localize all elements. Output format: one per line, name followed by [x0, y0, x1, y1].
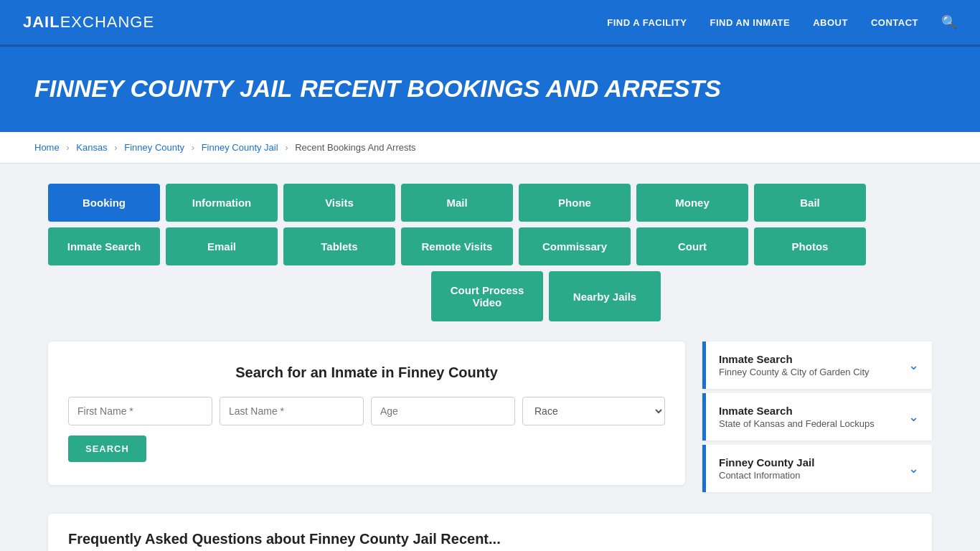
chevron-down-icon-3: ⌄	[908, 461, 919, 476]
chevron-down-icon-1: ⌄	[908, 357, 919, 373]
main-nav: JAILEXCHANGE FIND A FACILITY FIND AN INM…	[0, 0, 980, 47]
money-btn[interactable]: Money	[636, 184, 748, 222]
nav-buttons-row2: Inmate Search Email Tablets Remote Visit…	[48, 227, 932, 265]
inmate-search-btn[interactable]: Inmate Search	[48, 227, 160, 265]
nav-buttons-section: Booking Information Visits Mail Phone Mo…	[48, 184, 932, 321]
logo[interactable]: JAILEXCHANGE	[23, 13, 154, 32]
chevron-down-icon-2: ⌄	[908, 409, 919, 425]
information-btn[interactable]: Information	[166, 184, 278, 222]
page-title: Finney County Jail RECENT BOOKINGS AND A…	[34, 72, 946, 103]
search-button[interactable]: SEARCH	[68, 435, 146, 462]
search-fields: Race White Black Hispanic Asian Other	[68, 397, 665, 425]
email-btn[interactable]: Email	[166, 227, 278, 265]
booking-btn[interactable]: Booking	[48, 184, 160, 222]
remote-visits-btn[interactable]: Remote Visits	[401, 227, 513, 265]
sidebar-item-subtitle-1: Finney County & City of Garden City	[719, 367, 870, 377]
find-inmate-link[interactable]: FIND AN INMATE	[710, 17, 790, 28]
about-link[interactable]: ABOUT	[813, 17, 848, 28]
sidebar-item-inmate-search-kansas[interactable]: Inmate Search State of Kansas and Federa…	[702, 393, 932, 441]
tablets-btn[interactable]: Tablets	[283, 227, 395, 265]
search-icon[interactable]: 🔍	[941, 14, 957, 30]
breadcrumb-home[interactable]: Home	[34, 142, 60, 153]
sidebar: Inmate Search Finney County & City of Ga…	[702, 342, 932, 496]
nearby-jails-btn[interactable]: Nearby Jails	[549, 271, 661, 321]
breadcrumb-finney-county[interactable]: Finney County	[124, 142, 184, 153]
two-column-layout: Search for an Inmate in Finney County Ra…	[48, 342, 932, 496]
sidebar-item-subtitle-2: State of Kansas and Federal Lockups	[719, 418, 875, 429]
sidebar-item-title-3: Finney County Jail	[719, 456, 814, 468]
last-name-input[interactable]	[220, 397, 364, 425]
hero-section: Finney County Jail RECENT BOOKINGS AND A…	[0, 47, 980, 132]
hero-title-italic: RECENT BOOKINGS AND ARRESTS	[300, 75, 721, 102]
breadcrumb: Home › Kansas › Finney County › Finney C…	[0, 132, 980, 164]
sidebar-item-inmate-search-finney[interactable]: Inmate Search Finney County & City of Ga…	[702, 342, 932, 389]
mail-btn[interactable]: Mail	[401, 184, 513, 222]
find-facility-link[interactable]: FIND A FACILITY	[607, 17, 687, 28]
hero-title-main: Finney County Jail	[34, 75, 293, 102]
bottom-title: Frequently Asked Questions about Finney …	[68, 531, 912, 547]
search-box: Search for an Inmate in Finney County Ra…	[48, 342, 685, 485]
breadcrumb-kansas[interactable]: Kansas	[76, 142, 107, 153]
breadcrumb-finney-jail[interactable]: Finney County Jail	[202, 142, 278, 153]
main-content: Booking Information Visits Mail Phone Mo…	[31, 164, 949, 551]
bottom-section: Frequently Asked Questions about Finney …	[48, 514, 932, 551]
phone-btn[interactable]: Phone	[519, 184, 631, 222]
nav-links: FIND A FACILITY FIND AN INMATE ABOUT CON…	[607, 14, 957, 30]
sidebar-item-subtitle-3: Contact Information	[719, 470, 814, 481]
first-name-input[interactable]	[68, 397, 212, 425]
commissary-btn[interactable]: Commissary	[519, 227, 631, 265]
sidebar-item-title-1: Inmate Search	[719, 353, 870, 365]
sidebar-item-title-2: Inmate Search	[719, 405, 875, 417]
breadcrumb-current: Recent Bookings And Arrests	[295, 142, 415, 153]
visits-btn[interactable]: Visits	[283, 184, 395, 222]
sidebar-item-contact-info[interactable]: Finney County Jail Contact Information ⌄	[702, 445, 932, 492]
nav-buttons-row1: Booking Information Visits Mail Phone Mo…	[48, 184, 932, 222]
photos-btn[interactable]: Photos	[754, 227, 866, 265]
race-select[interactable]: Race White Black Hispanic Asian Other	[522, 397, 665, 425]
age-input[interactable]	[371, 397, 515, 425]
nav-buttons-row3: Court Process Video Nearby Jails	[160, 271, 932, 321]
logo-exchange: EXCHANGE	[60, 13, 154, 31]
logo-jail: JAIL	[23, 13, 60, 31]
search-title: Search for an Inmate in Finney County	[68, 364, 665, 381]
contact-link[interactable]: CONTACT	[871, 17, 918, 28]
court-process-video-btn[interactable]: Court Process Video	[431, 271, 543, 321]
bail-btn[interactable]: Bail	[754, 184, 866, 222]
court-btn[interactable]: Court	[636, 227, 748, 265]
